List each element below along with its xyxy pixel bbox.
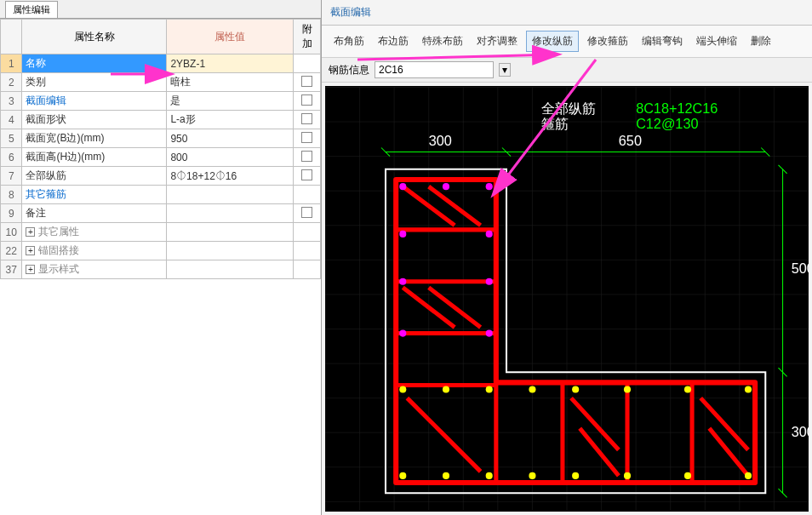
- checkbox-icon[interactable]: [301, 76, 312, 87]
- expand-icon[interactable]: +: [26, 227, 35, 237]
- toolbar-button[interactable]: 修改纵筋: [526, 31, 579, 52]
- expand-icon[interactable]: +: [26, 246, 35, 255]
- svg-point-75: [529, 472, 535, 479]
- rebar-info-bar: 钢筋信息 ▾: [322, 58, 812, 83]
- property-row[interactable]: 6截面高(H边)(mm)800: [1, 148, 321, 167]
- name-cell[interactable]: +锚固搭接: [22, 242, 167, 260]
- name-cell[interactable]: 备注: [22, 204, 167, 223]
- attach-cell[interactable]: [294, 242, 321, 260]
- checkbox-icon[interactable]: [301, 94, 312, 106]
- name-cell[interactable]: 全部纵筋: [22, 167, 167, 186]
- toolbar-button[interactable]: 编辑弯钩: [637, 31, 688, 51]
- property-grid: 属性名称 属性值 附加 1名称2YBZ-12类别暗柱3截面编辑是4截面形状L-a…: [0, 19, 321, 279]
- rownum-cell: 6: [1, 148, 22, 167]
- rownum-header: [1, 20, 22, 54]
- svg-text:全部纵筋: 全部纵筋: [541, 100, 596, 116]
- property-row[interactable]: 2类别暗柱: [1, 73, 321, 92]
- svg-point-66: [486, 386, 493, 392]
- checkbox-icon[interactable]: [301, 113, 312, 124]
- attach-cell[interactable]: [294, 73, 321, 92]
- rebar-info-input[interactable]: [375, 61, 494, 78]
- toolbar-button[interactable]: 对齐调整: [472, 31, 523, 51]
- section-toolbar: 布角筋布边筋特殊布筋对齐调整修改纵筋修改箍筋编辑弯钩端头伸缩删除: [322, 26, 812, 58]
- attach-cell[interactable]: [294, 54, 321, 73]
- svg-point-79: [745, 472, 752, 479]
- expand-icon[interactable]: +: [26, 265, 35, 274]
- value-cell[interactable]: 暗柱: [167, 73, 294, 92]
- property-row[interactable]: 8其它箍筋: [1, 186, 321, 204]
- name-cell[interactable]: +其它属性: [22, 223, 167, 242]
- svg-point-70: [684, 386, 691, 392]
- svg-text:300: 300: [792, 424, 809, 439]
- rownum-cell: 10: [1, 223, 22, 242]
- value-cell[interactable]: 950: [167, 129, 294, 148]
- checkbox-icon[interactable]: [301, 207, 312, 218]
- value-cell[interactable]: [167, 223, 294, 242]
- value-header: 属性值: [167, 20, 294, 54]
- value-cell[interactable]: L-a形: [167, 111, 294, 129]
- value-cell[interactable]: [167, 186, 294, 204]
- value-cell[interactable]: 2YBZ-1: [167, 54, 294, 73]
- name-cell[interactable]: 其它箍筋: [22, 186, 167, 204]
- toolbar-button[interactable]: 布角筋: [329, 31, 369, 51]
- value-cell[interactable]: [167, 242, 294, 260]
- rownum-cell: 37: [1, 260, 22, 279]
- name-cell[interactable]: 名称: [22, 54, 167, 73]
- checkbox-icon[interactable]: [301, 132, 312, 143]
- toolbar-button[interactable]: 删除: [746, 31, 776, 51]
- svg-point-57: [486, 183, 493, 190]
- svg-point-76: [572, 472, 579, 479]
- svg-point-68: [572, 386, 579, 392]
- svg-line-52: [580, 428, 619, 476]
- property-row[interactable]: 7全部纵筋8⏀18+12⏀16: [1, 167, 321, 186]
- property-row[interactable]: 4截面形状L-a形: [1, 111, 321, 129]
- checkbox-icon[interactable]: [301, 151, 312, 162]
- section-editor-panel: 截面编辑 布角筋布边筋特殊布筋对齐调整修改纵筋修改箍筋编辑弯钩端头伸缩删除 钢筋…: [322, 0, 812, 515]
- name-cell[interactable]: 类别: [22, 73, 167, 92]
- toolbar-button[interactable]: 修改箍筋: [582, 31, 633, 51]
- property-row[interactable]: 1名称2YBZ-1: [1, 54, 321, 73]
- checkbox-icon[interactable]: [301, 169, 312, 180]
- svg-point-58: [399, 231, 406, 237]
- attach-cell[interactable]: [294, 223, 321, 242]
- attach-cell[interactable]: [294, 92, 321, 111]
- attach-cell[interactable]: [294, 204, 321, 223]
- property-row[interactable]: 5截面宽(B边)(mm)950: [1, 129, 321, 148]
- attach-cell[interactable]: [294, 167, 321, 186]
- property-row[interactable]: 22+锚固搭接: [1, 242, 321, 260]
- property-row[interactable]: 37+显示样式: [1, 260, 321, 279]
- section-canvas[interactable]: 300 650 500 300 全部纵筋 箍筋 8C18+12C16 C12@1…: [325, 86, 809, 512]
- name-cell[interactable]: 截面高(H边)(mm): [22, 148, 167, 167]
- value-cell[interactable]: 是: [167, 92, 294, 111]
- value-cell[interactable]: [167, 260, 294, 279]
- name-cell[interactable]: 截面宽(B边)(mm): [22, 129, 167, 148]
- name-cell[interactable]: +显示样式: [22, 260, 167, 279]
- value-cell[interactable]: 800: [167, 148, 294, 167]
- property-row[interactable]: 9备注: [1, 204, 321, 223]
- property-row[interactable]: 10+其它属性: [1, 223, 321, 242]
- attach-cell[interactable]: [294, 148, 321, 167]
- toolbar-button[interactable]: 端头伸缩: [691, 31, 742, 51]
- attach-cell[interactable]: [294, 129, 321, 148]
- svg-point-71: [745, 386, 752, 392]
- value-cell[interactable]: [167, 204, 294, 223]
- dropdown-icon[interactable]: ▾: [499, 63, 511, 77]
- attach-cell[interactable]: [294, 186, 321, 204]
- svg-text:箍筋: 箍筋: [541, 116, 569, 131]
- name-cell[interactable]: 截面编辑: [22, 92, 167, 111]
- property-panel: 属性编辑 属性名称 属性值 附加 1名称2YBZ-12类别暗柱3截面编辑是4截面…: [0, 0, 322, 515]
- section-editor-title: 截面编辑: [322, 0, 812, 26]
- property-row[interactable]: 3截面编辑是: [1, 92, 321, 111]
- svg-point-69: [624, 386, 631, 392]
- rebar-info-label: 钢筋信息: [329, 63, 369, 77]
- svg-text:300: 300: [429, 133, 452, 148]
- value-cell[interactable]: 8⏀18+12⏀16: [167, 167, 294, 186]
- toolbar-button[interactable]: 特殊布筋: [417, 31, 468, 51]
- name-cell[interactable]: 截面形状: [22, 111, 167, 129]
- rownum-cell: 7: [1, 167, 22, 186]
- property-tab[interactable]: 属性编辑: [0, 0, 321, 19]
- toolbar-button[interactable]: 布边筋: [373, 31, 414, 51]
- attach-cell[interactable]: [294, 111, 321, 129]
- svg-point-59: [486, 231, 493, 237]
- attach-cell[interactable]: [294, 260, 321, 279]
